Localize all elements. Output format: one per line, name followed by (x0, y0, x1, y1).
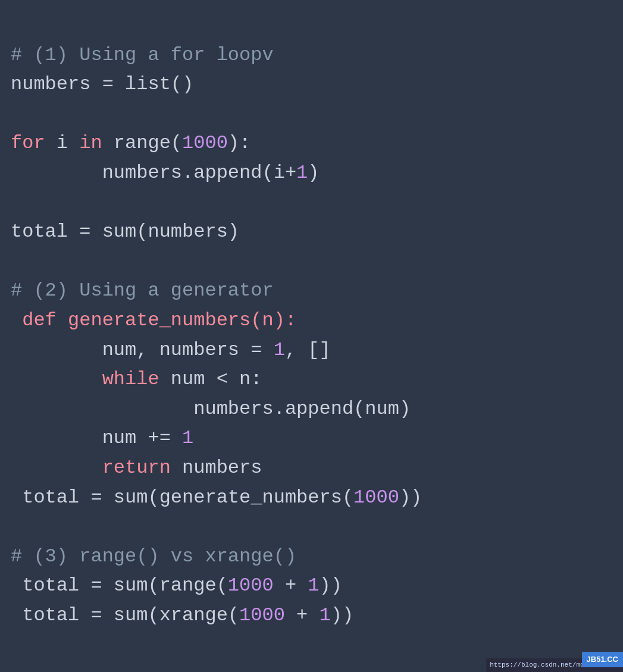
number-1000-2: 1000 (353, 486, 399, 508)
number-1-3: 1 (182, 427, 193, 449)
keyword-in: in (79, 132, 102, 154)
line14: numbers.append(num) (11, 398, 411, 420)
line12-rest: , [] (285, 339, 331, 361)
number-1000-3: 1000 (228, 574, 274, 596)
watermark-container: https://blog.csdn.net/mo_32913181 JB51.C… (486, 658, 623, 672)
line5-rest1: i (45, 132, 80, 154)
line16-space (11, 457, 102, 479)
line16-rest: numbers (171, 457, 262, 479)
line11-space (11, 309, 22, 331)
number-1-4: 1 (308, 574, 319, 596)
line21-end: )) (331, 604, 353, 626)
comment-line10: # (2) Using a generator (11, 280, 274, 302)
keyword-def: def (22, 309, 57, 331)
line21-rest: + (285, 604, 320, 626)
line5-rest2: range( (102, 132, 182, 154)
keyword-return: return (102, 457, 171, 479)
line17: total = sum(generate_numbers( (11, 486, 353, 508)
line20-rest: + (274, 574, 308, 596)
line6-end: ) (308, 162, 319, 184)
line21: total = sum(xrange( (11, 604, 239, 626)
line13-rest: num < n: (159, 368, 262, 390)
number-1-5: 1 (319, 604, 330, 626)
func-name: generate_numbers(n): (68, 309, 296, 331)
line13-space (11, 368, 102, 390)
number-1000-1: 1000 (182, 132, 228, 154)
line5-rest3: ): (228, 132, 251, 154)
line17-end: )) (399, 486, 422, 508)
line20-end: )) (319, 574, 342, 596)
code-block: # (1) Using a for loopv numbers = list()… (11, 11, 612, 630)
line12: num, numbers = (11, 339, 274, 361)
comment-line1: # (1) Using a for loopv (11, 44, 274, 66)
line2: numbers = list() (11, 73, 193, 95)
watermark-label: JB51.CC (582, 652, 623, 667)
number-1-2: 1 (274, 339, 285, 361)
line6: numbers.append(i+ (11, 162, 296, 184)
line20: total = sum(range( (11, 574, 228, 596)
number-1000-4: 1000 (239, 604, 285, 626)
line11-space2 (57, 309, 68, 331)
line15: num += (11, 427, 182, 449)
keyword-for: for (11, 132, 45, 154)
line8: total = sum(numbers) (11, 221, 239, 243)
keyword-while: while (102, 368, 159, 390)
number-1-1: 1 (296, 162, 308, 184)
comment-line19: # (3) range() vs xrange() (11, 545, 296, 567)
